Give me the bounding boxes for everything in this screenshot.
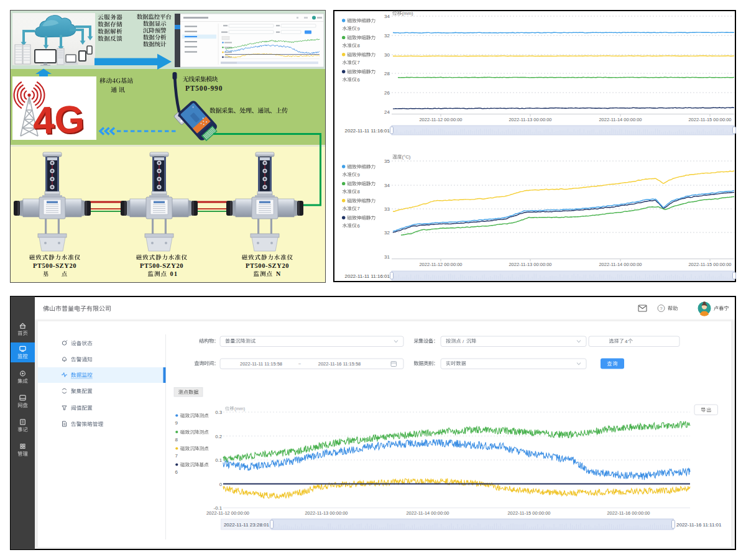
svg-text:2022-11-12 00:00:00: 2022-11-12 00:00:00	[419, 117, 462, 122]
svg-text:26: 26	[384, 90, 390, 96]
svg-text:(°C): (°C)	[402, 154, 411, 160]
svg-text:4: 4	[625, 339, 628, 344]
svg-text:32: 32	[384, 230, 390, 236]
svg-text:4G: 4G	[32, 98, 85, 142]
svg-text:2022-11-15 00:00:00: 2022-11-15 00:00:00	[688, 117, 731, 122]
svg-text:7: 7	[357, 206, 360, 211]
svg-text:7: 7	[357, 60, 360, 65]
svg-text:9: 9	[175, 420, 178, 426]
svg-text:2022-11-11 11:16:01: 2022-11-11 11:16:01	[344, 128, 390, 134]
svg-text:34: 34	[384, 183, 390, 188]
svg-text:0.1: 0.1	[215, 457, 222, 463]
svg-text:PT500-SZY20: PT500-SZY20	[33, 262, 76, 269]
svg-text:2022-11-14 00:00:00: 2022-11-14 00:00:00	[599, 262, 642, 267]
svg-text:8: 8	[357, 43, 360, 48]
svg-text:2022-11-14 00:00:00: 2022-11-14 00:00:00	[406, 510, 449, 516]
svg-text:7: 7	[175, 453, 178, 459]
svg-text:(mm): (mm)	[402, 11, 414, 16]
svg-text:0.3: 0.3	[215, 410, 222, 415]
svg-text:33: 33	[384, 206, 390, 212]
svg-text:8: 8	[357, 189, 360, 195]
svg-text:(mm): (mm)	[234, 406, 245, 411]
svg-text:2022-11-12 00:00:00: 2022-11-12 00:00:00	[206, 510, 249, 516]
svg-text:0.2: 0.2	[215, 434, 222, 439]
svg-text:24: 24	[384, 109, 390, 115]
svg-text:2022-11-11 11:15:58: 2022-11-11 11:15:58	[240, 361, 282, 367]
svg-text:31: 31	[384, 254, 390, 260]
svg-text:PT500-SZY20: PT500-SZY20	[246, 262, 289, 269]
svg-text:0: 0	[219, 482, 223, 487]
svg-text:2022-11-15 00:00:00: 2022-11-15 00:00:00	[688, 262, 731, 267]
svg-text:2022-11-12 00:00:00: 2022-11-12 00:00:00	[419, 262, 462, 267]
svg-text:~: ~	[298, 361, 302, 367]
svg-text:N: N	[276, 270, 281, 277]
svg-text:2022-11-13 00:00:00: 2022-11-13 00:00:00	[305, 510, 348, 516]
svg-text:2022-11-16 11:11:01: 2022-11-16 11:11:01	[676, 522, 722, 528]
svg-text:32: 32	[384, 33, 390, 39]
svg-text:6: 6	[357, 223, 360, 229]
svg-text:?: ?	[660, 306, 663, 311]
svg-text:34: 34	[384, 14, 390, 19]
svg-text:30: 30	[384, 52, 390, 58]
svg-text:6: 6	[175, 469, 178, 475]
svg-text:2022-11-11 11:16:01: 2022-11-11 11:16:01	[344, 273, 390, 279]
svg-text:8: 8	[175, 437, 178, 443]
svg-text:2022-11-11 23:28:01: 2022-11-11 23:28:01	[224, 522, 270, 528]
svg-text:2022-11-15 00:00:00: 2022-11-15 00:00:00	[507, 510, 550, 516]
svg-text:2022-11-16 11:15:58: 2022-11-16 11:15:58	[318, 361, 361, 367]
svg-text:2022-11-16 00:00:00: 2022-11-16 00:00:00	[607, 510, 650, 516]
svg-text:2022-11-14 00:00:00: 2022-11-14 00:00:00	[599, 117, 642, 122]
svg-text:6: 6	[357, 77, 360, 83]
svg-text:9: 9	[357, 26, 360, 32]
svg-text:2022-11-13 00:00:00: 2022-11-13 00:00:00	[509, 262, 551, 267]
svg-text:9: 9	[357, 172, 360, 178]
svg-text:28: 28	[384, 71, 390, 76]
svg-text:PT500-990: PT500-990	[185, 85, 223, 92]
svg-text:2022-11-13 00:00:00: 2022-11-13 00:00:00	[509, 117, 551, 122]
svg-text:01: 01	[170, 270, 178, 277]
svg-text:PT500-SZY20: PT500-SZY20	[140, 262, 183, 269]
svg-text:35: 35	[384, 158, 390, 164]
